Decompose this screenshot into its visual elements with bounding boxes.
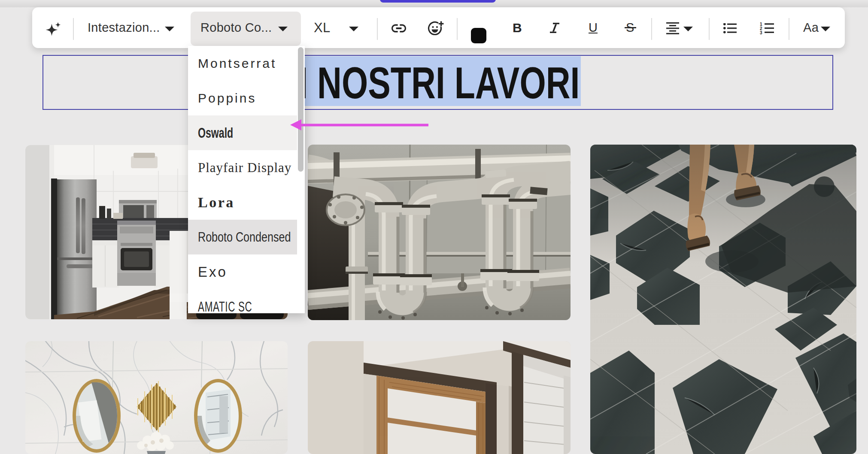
svg-text:3: 3 — [760, 30, 762, 34]
